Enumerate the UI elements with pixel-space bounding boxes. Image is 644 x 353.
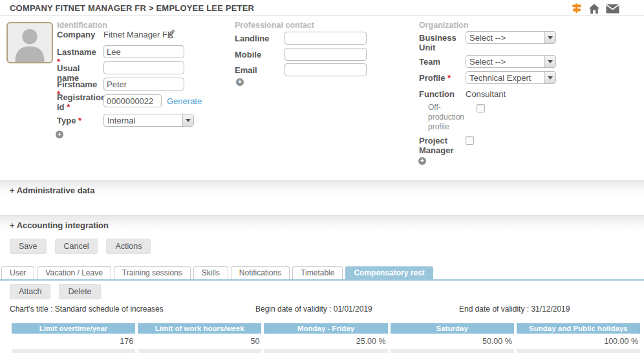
compensatory-rest-table: Limit overtime/year Limit of work hours/… (12, 323, 640, 353)
generate-link[interactable]: Generate (167, 96, 202, 106)
table-row[interactable]: 176 50 25.00 % 50.00 % 100.00 % (12, 334, 640, 349)
function-label: Function (419, 89, 459, 99)
column-header: Limit of work hours/week (138, 323, 261, 334)
chart-title-text: Chart's title : Standard schedule of inc… (10, 305, 164, 314)
tab-skills[interactable]: Skills (193, 266, 228, 279)
table-cell: 176 (12, 334, 135, 349)
email-input[interactable] (284, 63, 367, 76)
profile-select[interactable]: Technical Expert (466, 71, 556, 84)
breadcrumb: COMPANY FITNET MANAGER FR > EMPLOYEE LEE… (10, 3, 254, 13)
chevron-down-icon[interactable] (544, 72, 555, 83)
save-button[interactable]: Save (10, 239, 47, 254)
accounting-integration-section: + Accounting integration (0, 215, 644, 232)
employee-tabs: User Vacation / Leave Training sessions … (0, 266, 644, 281)
business-unit-select[interactable]: Select --> (466, 31, 556, 44)
business-unit-label: Business Unit (419, 33, 459, 52)
delete-button[interactable]: Delete (59, 284, 100, 299)
mail-icon[interactable] (606, 4, 619, 14)
landline-input[interactable] (284, 32, 367, 45)
firstname-input[interactable] (103, 78, 184, 91)
mobile-label: Mobile (235, 50, 280, 59)
administrative-data-toggle[interactable]: + Administrative data (10, 186, 94, 195)
type-select[interactable]: Internal (103, 114, 194, 127)
tab-toolbar: Attach Delete (10, 284, 101, 299)
cancel-button[interactable]: Cancel (55, 239, 98, 254)
table-cell: 25.00 % (264, 334, 387, 349)
column-header: Saturday (391, 323, 514, 334)
registration-id-label: Registration id * (57, 92, 101, 112)
home-icon[interactable] (588, 3, 600, 14)
chevron-down-icon[interactable] (544, 56, 555, 67)
tab-training-sessions[interactable]: Training sessions (114, 266, 191, 279)
column-header: Limit overtime/year (12, 323, 135, 334)
attach-button[interactable]: Attach (10, 284, 50, 299)
profile-label: Profile * (419, 73, 459, 83)
team-select[interactable]: Select --> (466, 55, 556, 68)
signpost-icon[interactable] (570, 3, 583, 14)
mobile-input[interactable] (284, 48, 367, 61)
header-icons (570, 3, 619, 14)
tab-timetable[interactable]: Timetable (292, 266, 343, 279)
tab-notifications[interactable]: Notifications (231, 266, 290, 279)
off-production-profile-label: Off-production profile (428, 103, 468, 132)
chevron-down-icon[interactable] (182, 114, 193, 126)
add-contact-field-icon[interactable]: + (236, 78, 244, 86)
begin-date-text: Begin date of validity : 01/01/2019 (255, 305, 372, 314)
add-organization-field-icon[interactable]: + (418, 157, 426, 165)
usual-name-input[interactable] (103, 61, 184, 74)
actions-button[interactable]: Actions (106, 239, 151, 254)
table-header-row: Limit overtime/year Limit of work hours/… (12, 323, 640, 334)
company-label: Company (57, 30, 101, 39)
organization-section-title: Organization (419, 21, 468, 30)
landline-label: Landline (235, 34, 280, 43)
table-cell: 100.00 % (517, 334, 640, 349)
tab-compensatory-rest[interactable]: Compensatory rest (345, 266, 433, 279)
end-date-text: End date of validity : 31/12/2019 (459, 305, 570, 314)
column-header: Monday - Friday (264, 323, 387, 334)
lastname-input[interactable] (103, 45, 184, 58)
type-label: Type * (57, 116, 101, 125)
registration-id-input[interactable] (103, 94, 162, 107)
project-manager-label: Project Manager (419, 136, 459, 155)
professional-contact-section-title: Professional contact (235, 21, 314, 30)
column-header: Sunday and Public holidays (517, 323, 640, 334)
off-production-profile-checkbox[interactable] (477, 104, 485, 112)
tab-vacation-leave[interactable]: Vacation / Leave (37, 266, 111, 279)
team-label: Team (419, 57, 459, 67)
company-value: Fitnet Manager FR (103, 30, 173, 39)
email-label: Email (235, 65, 280, 75)
table-cell: 50 (138, 334, 261, 349)
function-value: Consultant (466, 89, 506, 99)
page-header: COMPANY FITNET MANAGER FR > EMPLOYEE LEE… (0, 0, 644, 16)
identification-section-title: Identification (57, 21, 107, 30)
tab-user[interactable]: User (1, 266, 34, 279)
employee-page: COMPANY FITNET MANAGER FR > EMPLOYEE LEE… (0, 0, 644, 353)
table-cell: 50.00 % (391, 334, 514, 349)
form-actions: Save Cancel Actions (10, 239, 151, 254)
employee-avatar[interactable] (6, 22, 53, 63)
project-manager-checkbox[interactable] (466, 136, 474, 145)
edit-pencil-icon[interactable] (167, 29, 175, 41)
chevron-down-icon[interactable] (544, 32, 555, 43)
accounting-integration-toggle[interactable]: + Accounting integration (10, 220, 109, 230)
table-row-partial (12, 349, 640, 353)
administrative-data-section: + Administrative data (0, 180, 644, 197)
add-identification-field-icon[interactable]: + (56, 131, 63, 138)
